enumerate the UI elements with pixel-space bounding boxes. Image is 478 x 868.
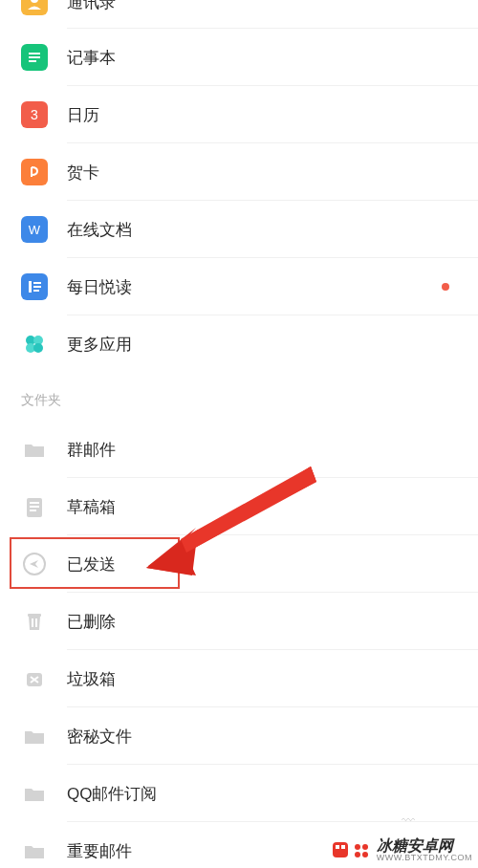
folders-header: 文件夹 (0, 373, 478, 421)
svg-rect-5 (29, 60, 36, 62)
svg-rect-15 (33, 290, 39, 292)
menu-item-more-apps[interactable]: 更多应用 (0, 315, 478, 373)
menu-item-calendar[interactable]: 3 日历 (0, 86, 478, 143)
daily-read-icon (21, 273, 48, 300)
svg-rect-21 (30, 502, 39, 504)
item-label: 记事本 (67, 47, 116, 69)
item-label: 日历 (67, 104, 99, 126)
calendar-icon: 3 (21, 101, 48, 128)
notification-dot (442, 283, 449, 291)
cards-icon (21, 159, 48, 185)
svg-rect-33 (341, 845, 345, 849)
item-label: 在线文档 (67, 219, 132, 241)
svg-rect-4 (29, 56, 40, 58)
drag-handle-icon: 〰 (402, 813, 411, 828)
item-label: QQ邮件订阅 (67, 783, 157, 805)
folder-icon (21, 723, 48, 749)
svg-rect-27 (35, 618, 37, 627)
drafts-icon (21, 493, 48, 520)
folder-deleted[interactable]: 已删除 (0, 593, 478, 650)
item-label: 重要邮件 (67, 840, 132, 862)
trash-icon (21, 608, 48, 635)
svg-text:3: 3 (31, 107, 38, 122)
folder-sent[interactable]: 已发送 (0, 535, 478, 593)
svg-rect-31 (333, 842, 348, 857)
watermark: 冰糖安卓网 WWW.BTXTDMY.COM (331, 837, 472, 862)
svg-point-19 (33, 343, 43, 353)
menu-item-contacts[interactable]: 通讯录 (0, 0, 478, 29)
notepad-icon (21, 44, 48, 71)
svg-rect-12 (29, 281, 32, 293)
menu-item-docs[interactable]: W 在线文档 (0, 201, 478, 258)
item-label: 密秘文件 (67, 726, 132, 748)
svg-rect-8 (21, 159, 48, 185)
folder-icon (21, 436, 48, 463)
item-label: 草稿箱 (67, 496, 116, 518)
svg-point-35 (362, 844, 368, 850)
menu-item-cards[interactable]: 贺卡 (0, 143, 478, 201)
item-label: 已删除 (67, 611, 116, 633)
more-apps-icon (21, 331, 48, 358)
svg-rect-25 (28, 614, 41, 617)
svg-rect-23 (30, 510, 36, 511)
svg-text:W: W (29, 223, 41, 237)
svg-point-37 (362, 852, 368, 857)
item-label: 贺卡 (67, 162, 99, 184)
item-label: 垃圾箱 (67, 668, 116, 690)
watermark-text: 冰糖安卓网 (377, 838, 472, 854)
contacts-icon (21, 0, 48, 15)
menu-item-daily-read[interactable]: 每日悦读 (0, 258, 478, 315)
folder-icon (21, 780, 48, 807)
docs-icon: W (21, 216, 48, 243)
highlight-box (10, 537, 180, 589)
svg-rect-26 (32, 618, 33, 627)
watermark-logo-icon (331, 837, 371, 862)
menu-list: 通讯录 记事本 3 日历 贺卡 W 在线文档 每日悦读 (0, 0, 478, 868)
folder-group-mail[interactable]: 群邮件 (0, 421, 478, 478)
folder-secret[interactable]: 密秘文件 (0, 707, 478, 765)
item-label: 通讯录 (67, 0, 116, 13)
svg-rect-14 (33, 286, 41, 288)
folder-icon (21, 837, 48, 864)
item-label: 每日悦读 (67, 276, 132, 298)
item-label: 更多应用 (67, 334, 132, 356)
item-label: 群邮件 (67, 439, 116, 461)
svg-point-36 (355, 852, 360, 857)
folder-junk[interactable]: 垃圾箱 (0, 650, 478, 707)
svg-point-34 (355, 844, 360, 850)
watermark-url: WWW.BTXTDMY.COM (377, 854, 472, 862)
folder-drafts[interactable]: 草稿箱 (0, 478, 478, 535)
svg-rect-3 (29, 53, 40, 54)
svg-rect-32 (336, 845, 339, 849)
svg-rect-13 (33, 282, 41, 284)
menu-item-notepad[interactable]: 记事本 (0, 29, 478, 86)
junk-icon (21, 665, 48, 692)
svg-rect-22 (30, 506, 39, 508)
